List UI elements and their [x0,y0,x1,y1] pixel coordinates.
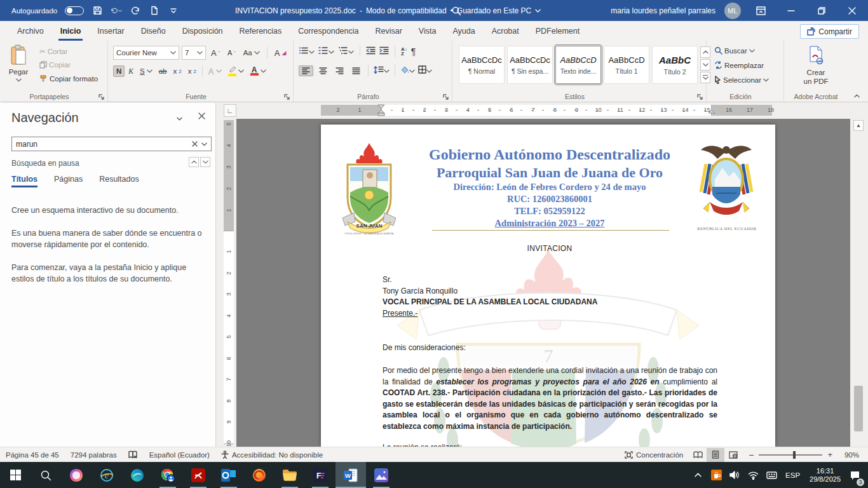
zoom-out-icon[interactable]: − [749,450,754,460]
word-icon[interactable]: W [336,462,366,488]
volume-icon[interactable] [728,466,742,485]
align-right-button[interactable] [333,66,346,76]
style-heading1[interactable]: AaBbCcDTítulo 1 [604,46,649,84]
style-normal[interactable]: AaBbCcDc¶ Normal [459,46,505,84]
tab-referencias[interactable]: Referencias [231,23,290,41]
chrome-icon[interactable] [153,462,183,488]
nav-tab-resultados[interactable]: Resultados [99,175,139,187]
justify-button[interactable] [349,66,363,76]
find-button[interactable]: Buscar [712,45,771,56]
pdfelement-icon[interactable]: F [305,462,336,488]
navigation-close-icon[interactable] [198,112,205,121]
ribbon-display-options-icon[interactable] [750,0,771,21]
show-marks-button[interactable]: ¶ [411,46,416,57]
superscript-button[interactable]: x2 [186,66,199,76]
font-size-combo[interactable]: 7 [182,46,206,60]
word-count[interactable]: 7294 palabras [65,447,123,463]
create-pdf-button[interactable]: Crearun PDF [784,46,848,86]
change-case-button[interactable]: Aa [241,48,262,58]
tab-vista[interactable]: Vista [410,23,445,41]
java-tray-icon[interactable] [709,466,723,485]
accessibility-status[interactable]: Accesibilidad: No disponible [215,447,329,463]
restore-button[interactable] [811,0,832,21]
minimize-button[interactable] [780,0,802,21]
decrease-indent-button[interactable] [366,46,376,57]
customize-qat-icon[interactable] [168,5,179,17]
sort-button[interactable]: A↓Z [401,47,407,56]
indent-marker-left-icon[interactable] [377,104,385,117]
vertical-scrollbar[interactable]: ▲ [853,119,864,447]
replace-button[interactable]: Reemplazar [712,60,771,71]
tab-stop-selector[interactable]: ∟ [224,104,236,117]
bullet-list-button[interactable] [299,46,315,57]
outlook-icon[interactable] [214,462,244,488]
clear-formatting-button[interactable]: A◢ [272,47,289,59]
zoom-slider[interactable]: −+ [749,450,832,460]
styles-dialog-launcher-icon[interactable] [697,93,703,100]
format-painter-button[interactable]: Copiar formato [37,73,100,84]
horizontal-ruler[interactable]: 21123456789101112131415161718 [321,105,772,116]
file-explorer-icon[interactable] [275,462,305,488]
user-name[interactable]: maria lourdes peñafiel parrales [611,6,715,15]
align-center-button[interactable] [316,66,330,76]
font-dialog-launcher-icon[interactable] [284,93,290,100]
share-button[interactable]: Compartir [800,24,859,39]
internet-explorer-icon[interactable]: e [92,462,122,488]
tab-inicio[interactable]: Inicio [52,23,90,41]
tab-insertar[interactable]: Insertar [89,23,132,41]
new-document-icon[interactable] [149,5,160,17]
borders-button[interactable] [418,65,432,76]
font-color-button[interactable]: A [248,65,269,77]
web-layout-button[interactable] [724,448,742,462]
paragraph-dialog-launcher-icon[interactable] [443,93,449,100]
avatar[interactable]: ML [724,3,741,19]
nav-tab-paginas[interactable]: Páginas [54,175,83,187]
autosave-toggle[interactable] [65,6,84,15]
numbered-list-button[interactable] [318,46,334,57]
scroll-up-icon[interactable]: ▲ [853,120,864,131]
tab-ayuda[interactable]: Ayuda [444,23,483,41]
search-clear-icon[interactable] [188,140,201,149]
copilot-icon[interactable] [61,462,92,488]
proofing-icon[interactable] [123,447,144,463]
grow-font-button[interactable]: Aˆ [208,47,222,59]
indent-marker-right-icon[interactable] [708,109,715,117]
vertical-ruler[interactable]: 5432112345678910 [224,120,234,444]
read-mode-button[interactable] [689,448,707,462]
nav-tab-titulos[interactable]: Títulos [11,175,37,187]
clock[interactable]: 16:3129/8/2025 [807,467,843,484]
zoom-in-icon[interactable]: + [827,450,832,459]
multilevel-list-button[interactable] [338,46,354,57]
cut-button[interactable]: ✂Cortar [37,46,71,57]
page-indicator[interactable]: Página 45 de 45 [0,447,65,463]
highlight-button[interactable] [226,65,247,78]
increase-indent-button[interactable] [379,46,389,57]
tab-correspondencia[interactable]: Correspondencia [290,23,367,41]
zoom-level[interactable]: 90% [839,447,868,463]
underline-button[interactable]: S [137,66,155,76]
style-heading2[interactable]: AaBbCTítulo 2 [652,46,698,84]
touch-keyboard-icon[interactable] [764,466,778,485]
previous-result-icon[interactable] [189,157,199,167]
print-layout-button[interactable] [707,448,724,462]
text-effects-button[interactable]: A [206,65,224,78]
focus-mode-button[interactable]: Concentración [619,447,689,463]
start-button[interactable] [0,462,31,488]
navigation-search-input[interactable] [12,140,188,149]
search-icon[interactable] [451,5,462,17]
undo-icon[interactable] [111,5,122,17]
language-tray-indicator[interactable]: ESP [783,471,803,479]
save-icon[interactable] [92,5,103,17]
acrobat-icon[interactable] [183,462,214,488]
redo-icon[interactable] [130,5,141,17]
copy-button[interactable]: Copiar [37,60,73,70]
tab-archivo[interactable]: Archivo [9,23,52,41]
strikethrough-button[interactable]: ab [156,66,170,76]
tab-acrobat[interactable]: Acrobat [484,23,527,41]
firefox-icon[interactable] [244,462,275,488]
paste-button[interactable]: Pegar [5,44,32,85]
scrollbar-thumb[interactable] [854,386,863,431]
shrink-font-button[interactable]: Aˇ [225,48,238,58]
clipboard-dialog-launcher-icon[interactable] [98,93,105,100]
tab-pdfelement[interactable]: PDFelement [527,23,588,41]
